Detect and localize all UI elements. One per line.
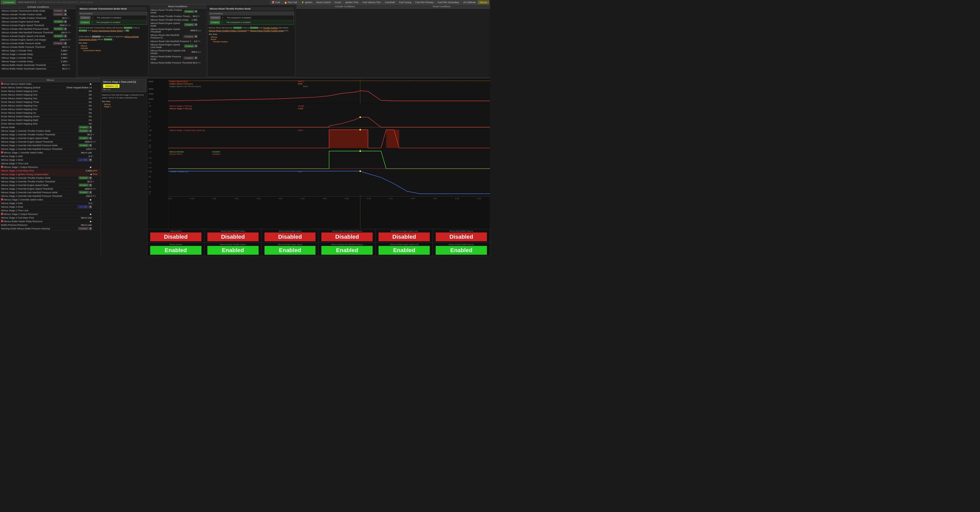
nitrous-param-row[interactable]: Nitrous Stage 1 Ignition-Timing Compensa… — [0, 173, 100, 176]
reset-param-row[interactable]: Nitrous Reset Inlet Manifold Pressure T.… — [150, 40, 206, 43]
activate-param-row[interactable]: Nitrous Activate Throttle Position ModeD… — [0, 13, 75, 16]
tab-camshaft[interactable]: Camshaft — [383, 0, 397, 4]
activate-param-row[interactable]: Nitrous Activate Inlet Manifold Pressure… — [0, 31, 75, 34]
nitrous-param-row[interactable]: Driver Nitrous Switch Mapping FourOn — [0, 104, 100, 108]
reset-param-row[interactable]: Nitrous Reset Throttle Position ModeEnab… — [150, 8, 206, 14]
dropdown-arrow[interactable]: ▼ — [64, 21, 67, 23]
tab-fuel-volume[interactable]: Fuel Volume Trim — [361, 0, 382, 4]
tab-ignition[interactable]: ⚡ Ignition — [299, 0, 314, 4]
nitrous-param-row[interactable]: Nitrous Stage 1 Override Engine Speed Mo… — [0, 136, 100, 140]
activate-param-row[interactable]: Nitrous Activate Engine Speed Limit Mode… — [0, 34, 75, 38]
reset-see-also-nitrous[interactable]: Nitrous — [211, 36, 294, 38]
stage1-see-stage1[interactable]: Stage 1 — [104, 105, 146, 108]
tab-all-calibrate[interactable]: All Calibrate — [461, 0, 477, 4]
reset-param-row[interactable]: Nitrous Reset Throttle Position Delay1.0… — [150, 18, 206, 22]
nitrous-param-row[interactable]: Nitrous Stage 1 Hold0.0s — [0, 154, 100, 158]
dropdown-arrow[interactable]: ▼ — [89, 130, 92, 132]
activate-param-row[interactable]: Nitrous Activate Bottle Pressure ModeDis… — [0, 41, 75, 45]
tab-flex-fuel[interactable]: 🔥 Flex Fuel — [282, 0, 299, 4]
dropdown-arrow[interactable]: ▼ — [89, 227, 92, 230]
nitrous-param-row[interactable]: Driver Nitrous Switch Mapping ThreeOn — [0, 100, 100, 104]
reset-param-row[interactable]: Nitrous Reset Inlet Manifold Pressure M.… — [150, 33, 206, 40]
activate-param-row[interactable]: Nitrous Activate Engine Speed Threshold3… — [0, 24, 75, 27]
reset-param-row[interactable]: Nitrous Reset Engine Speed Threshold3000… — [150, 28, 206, 33]
dropdown-arrow[interactable]: ▼ — [195, 10, 197, 13]
nitrous-param-row[interactable]: Nitrous Stage 1 Override Inlet Manifold … — [0, 147, 100, 151]
activate-param-row[interactable]: Nitrous Bottle Heater Deactivate Thresho… — [0, 63, 75, 67]
nitrous-param-row[interactable]: Nitrous Stage 1 Override Throttle Positi… — [0, 129, 100, 133]
nitrous-param-row[interactable]: Nitrous Stage 2 Override Switch Index▶ — [0, 198, 100, 201]
nitrous-param-row[interactable]: Nitrous Stage 1 Override Inlet Manifold … — [0, 144, 100, 147]
nitrous-param-row[interactable]: Driver Nitrous Switch Mapping SixOn — [0, 111, 100, 115]
tab-fuel-film-primary[interactable]: Fuel Film Primary — [414, 0, 436, 4]
nitrous-param-row[interactable]: Nitrous Stage 2 Hold0.0s — [0, 201, 100, 205]
activate-param-row[interactable]: Nitrous Activate Engine Speed ModeEnable… — [0, 20, 75, 24]
nitrous-param-row[interactable]: Nitrous Stage 2 Override Throttle Positi… — [0, 176, 100, 180]
dropdown-arrow[interactable]: ▼ — [64, 10, 67, 12]
see-also-nitrous-link[interactable]: Nitrous — [81, 45, 147, 47]
nitrous-param-row[interactable]: Nitrous Stage 2 Override Throttle Positi… — [0, 180, 100, 184]
reset-see-also-throttle[interactable]: Throttle Position — [213, 41, 294, 43]
tab-fuel[interactable]: ⛽ Fuel — [270, 0, 282, 4]
dropdown-arrow[interactable]: ▼ — [89, 159, 92, 161]
nitrous-param-row[interactable]: Nitrous Stage 1 DriveLow Side▼ — [0, 158, 100, 162]
help-link-1[interactable]: Driver Transmission Brake Switch — [92, 29, 123, 32]
stage1-see-nitrous[interactable]: Nitrous — [104, 103, 146, 105]
reset-param-row[interactable]: Nitrous Reset Bottle Pressure Threshold5… — [150, 61, 206, 65]
activate-param-row[interactable]: Nitrous Stage 1 Activate Time0.000s — [0, 49, 75, 52]
nitrous-param-row[interactable]: Nitrous Stage 2 Output Resource▶ — [0, 212, 100, 216]
reset-param-row[interactable]: Nitrous Reset Engine Speed Limit ModeEna… — [150, 43, 206, 49]
nitrous-param-row[interactable]: Nitrous Stage 2 Time Limit — [0, 209, 100, 212]
dropdown-arrow[interactable]: ▼ — [195, 23, 197, 26]
activate-param-row[interactable]: Nitrous Stage 2 Activate Time2.000s — [0, 56, 75, 60]
nitrous-param-row[interactable]: Nitrous Stage 2 Override Inlet Manifold … — [0, 194, 100, 198]
dropdown-arrow[interactable]: ▼ — [64, 42, 67, 45]
dropdown-arrow[interactable]: ▼ — [64, 13, 67, 16]
nitrous-param-row[interactable]: Driver Nitrous Switch Mapping EightOn — [0, 118, 100, 122]
reset-param-row[interactable]: Nitrous Reset Engine Speed ModeEnabled▼ — [150, 22, 206, 28]
nitrous-param-row[interactable]: Nitrous Stage 2 Fuel Mass FlowNot in Use — [0, 216, 100, 220]
nitrous-param-row[interactable]: Nitrous Stage 1 Override Engine Speed Th… — [0, 140, 100, 144]
nitrous-param-row[interactable]: Driver Nitrous Switch Mapping TwoOn — [0, 97, 100, 100]
nitrous-param-row[interactable]: Nitrous Stage 1 Override Switch IndexNot… — [0, 151, 100, 154]
tab-fuel-film-secondary[interactable]: Fuel Film Secondary — [436, 0, 461, 4]
nitrous-param-row[interactable]: Driver Nitrous Switch Index▶ — [0, 82, 100, 86]
nitrous-param-row[interactable]: Bottle Pressure ResourceNot in Use — [0, 223, 100, 227]
nitrous-param-row[interactable]: Nitrous Bottle Heater Relay Resource▶ — [0, 220, 100, 223]
dropdown-arrow[interactable]: ▼ — [89, 177, 92, 179]
dropdown-arrow[interactable]: ▼ — [195, 45, 197, 47]
nitrous-param-row[interactable]: Nitrous Stage 2 Override Engine Speed Mo… — [0, 184, 100, 187]
dropdown-arrow[interactable]: ▼ — [195, 57, 197, 59]
dropdown-arrow[interactable]: ▼ — [89, 126, 92, 128]
reset-threshold-link[interactable]: Nitrous Reset Throttle Position Threshol… — [209, 29, 247, 32]
nitrous-param-row[interactable]: Nitrous Stage 2 Override Engine Speed Th… — [0, 187, 100, 191]
tab-ignition-time[interactable]: Ignition Time — [344, 0, 360, 4]
reset-param-row[interactable]: Nitrous Reset Bottle Pressure ModeDisabl… — [150, 55, 206, 61]
nitrous-param-row[interactable]: Nitrous Stage 2 Override Inlet Manifold … — [0, 191, 100, 194]
reset-see-also-reset[interactable]: Reset — [211, 38, 294, 41]
activate-param-row[interactable]: Nitrous Stage 2 Activate Delay0.250s — [0, 60, 75, 63]
activate-param-row[interactable]: Nitrous Bottle Heater Deactivate Hystere… — [0, 67, 75, 71]
activate-param-row[interactable]: Nitrous Activate Transmission Brake Mode… — [0, 9, 75, 13]
tab-nitrous[interactable]: Nitrous — [478, 0, 489, 4]
nitrous-param-row[interactable]: Driver Nitrous Switch Mapping OneOn — [0, 93, 100, 97]
reset-param-row[interactable]: Nitrous Reset Throttle Position Thresh..… — [150, 14, 206, 18]
reset-throttle-link[interactable]: Throttle Position — [263, 27, 278, 29]
dropdown-arrow[interactable]: ▼ — [89, 184, 92, 187]
see-also-trans-brake-link[interactable]: Transmission Brake — [83, 49, 147, 52]
reset-delay-link[interactable]: Nitrous Reset Throttle Position Delay — [250, 29, 284, 32]
tab-knock[interactable]: Knock — [333, 0, 343, 4]
activate-param-row[interactable]: Nitrous Activate Bottle Pressure Thresho… — [0, 45, 75, 49]
dropdown-arrow[interactable]: ▼ — [89, 191, 92, 194]
nitrous-param-row[interactable]: Driver Nitrous Switch Mapping ZeroOn — [0, 89, 100, 93]
activate-param-row[interactable]: Nitrous Activate Throttle Position Thres… — [0, 16, 75, 20]
nitrous-param-row[interactable]: Nitrous Stage 1 Fuel Mass Flow-0.000g/mi… — [0, 169, 100, 173]
dropdown-arrow[interactable]: ▼ — [64, 28, 67, 30]
connected-indicator[interactable]: Connected — [1, 0, 16, 4]
tab-boost-control[interactable]: Boost Control — [315, 0, 332, 4]
dropdown-arrow[interactable]: ▼ — [89, 144, 92, 147]
nitrous-param-row[interactable]: Nitrous Stage 2 DriveLow Side▼ — [0, 205, 100, 209]
nitrous-param-row[interactable]: Nitrous Stage 1 Override Throttle Positi… — [0, 133, 100, 136]
tab-fuel-tuning[interactable]: Fuel Tuning — [397, 0, 413, 4]
nitrous-param-row[interactable]: Driver Nitrous Switch Mapping FiveOn — [0, 108, 100, 111]
